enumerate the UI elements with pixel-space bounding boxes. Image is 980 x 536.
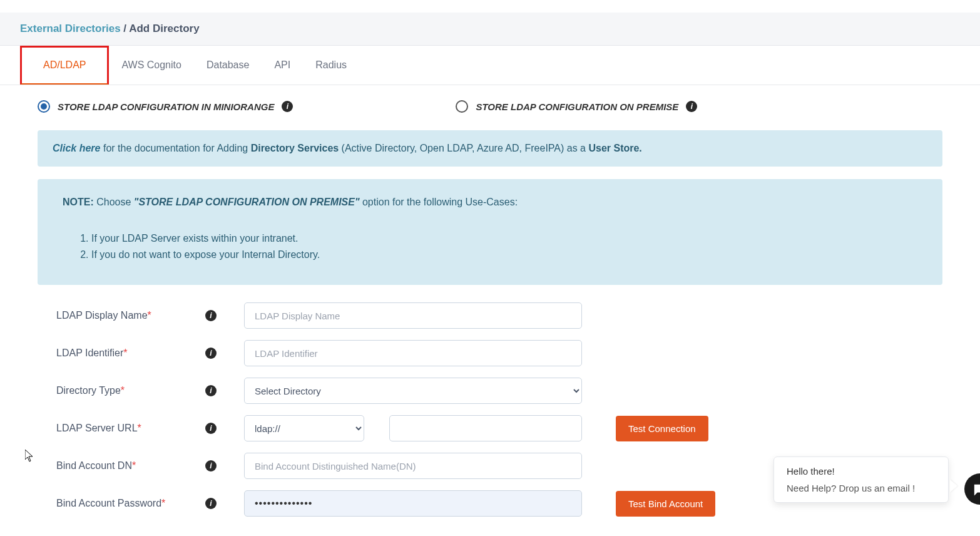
click-here-link[interactable]: Click here	[53, 143, 100, 153]
chat-arrow-icon	[950, 480, 957, 492]
required-mark: *	[132, 460, 136, 471]
ldap-identifier-input[interactable]	[244, 340, 582, 366]
ldap-display-name-input[interactable]	[244, 302, 582, 329]
chat-greeting: Hello there!	[787, 466, 936, 477]
breadcrumb: External Directories / Add Directory	[0, 13, 980, 46]
form-row-display-name: LDAP Display Name* i	[38, 302, 942, 329]
doc-bold: User Store.	[588, 143, 641, 153]
required-mark: *	[121, 385, 125, 396]
required-mark: *	[161, 498, 165, 508]
note-list: If your LDAP Server exists within your i…	[91, 230, 917, 262]
tab-aws-cognito[interactable]: AWS Cognito	[109, 46, 193, 85]
server-url-input[interactable]	[389, 415, 582, 441]
message-icon	[973, 482, 980, 496]
info-icon[interactable]: i	[205, 460, 217, 472]
info-icon[interactable]: i	[282, 101, 293, 112]
test-connection-button[interactable]: Test Connection	[616, 416, 708, 441]
form-row-identifier: LDAP Identifier* i	[38, 340, 942, 366]
form-row-directory-type: Directory Type* i Select Directory	[38, 378, 942, 404]
form-label: Bind Account DN* i	[56, 460, 244, 472]
info-icon[interactable]: i	[205, 423, 217, 434]
info-icon[interactable]: i	[205, 310, 217, 321]
bind-password-input[interactable]	[244, 490, 582, 517]
breadcrumb-current: Add Directory	[129, 23, 199, 34]
directory-type-select[interactable]: Select Directory	[244, 378, 582, 404]
note-option: "STORE LDAP CONFIGURATION ON PREMISE"	[134, 197, 360, 207]
note-text: option for the following Use-Cases:	[360, 197, 518, 207]
doc-text: (Active Directory, Open LDAP, Azure AD, …	[339, 143, 588, 153]
tab-database[interactable]: Database	[194, 46, 262, 85]
protocol-select[interactable]: ldap://	[244, 415, 364, 441]
tab-radius[interactable]: Radius	[303, 46, 359, 85]
radio-option-miniorange[interactable]: STORE LDAP CONFIGURATION IN MINIORANGE i	[38, 100, 293, 113]
label-text: LDAP Display Name	[56, 310, 148, 321]
required-mark: *	[148, 310, 151, 321]
required-mark: *	[138, 423, 141, 433]
radio-label: STORE LDAP CONFIGURATION IN MINIORANGE	[58, 101, 274, 112]
tab-api[interactable]: API	[262, 46, 303, 85]
test-bind-button[interactable]: Test Bind Account	[616, 491, 715, 517]
tabs: AD/LDAP AWS Cognito Database API Radius	[0, 46, 980, 85]
note-text: Choose	[94, 197, 134, 207]
info-icon[interactable]: i	[205, 348, 217, 359]
note-label: NOTE:	[63, 197, 94, 207]
radio-unselected-icon	[456, 100, 468, 113]
label-text: LDAP Server URL	[56, 423, 138, 433]
doc-text: for the documentation for Adding	[100, 143, 250, 153]
form-label: Directory Type* i	[56, 385, 244, 396]
doc-bold: Directory Services	[251, 143, 339, 153]
label-text: Bind Account DN	[56, 460, 132, 471]
breadcrumb-link[interactable]: External Directories	[20, 23, 121, 34]
required-mark: *	[123, 348, 127, 358]
documentation-box: Click here for the documentation for Add…	[38, 130, 942, 167]
chat-help-text: Need Help? Drop us an email !	[787, 483, 936, 493]
form-label: LDAP Identifier* i	[56, 348, 244, 359]
form-row-server-url: LDAP Server URL* i ldap:// Test Connecti…	[38, 415, 942, 441]
breadcrumb-separator: /	[121, 23, 130, 34]
note-item: If you do not want to expose your Intern…	[91, 247, 917, 263]
form-label: Bind Account Password* i	[56, 498, 244, 509]
info-icon[interactable]: i	[686, 101, 697, 112]
note-box: NOTE: Choose "STORE LDAP CONFIGURATION O…	[38, 179, 942, 285]
radio-label: STORE LDAP CONFIGURATION ON PREMISE	[476, 101, 678, 112]
radio-selected-icon	[38, 100, 50, 113]
tab-ad-ldap[interactable]: AD/LDAP	[20, 46, 109, 85]
radio-option-premise[interactable]: STORE LDAP CONFIGURATION ON PREMISE i	[456, 100, 697, 113]
note-item: If your LDAP Server exists within your i…	[91, 230, 917, 247]
info-icon[interactable]: i	[205, 385, 217, 396]
label-text: Directory Type	[56, 385, 121, 396]
chat-widget[interactable]: Hello there! Need Help? Drop us an email…	[773, 456, 949, 503]
bind-dn-input[interactable]	[244, 453, 582, 479]
form-label: LDAP Display Name* i	[56, 310, 244, 321]
info-icon[interactable]: i	[205, 498, 217, 509]
label-text: LDAP Identifier	[56, 348, 123, 358]
label-text: Bind Account Password	[56, 498, 161, 508]
radio-group: STORE LDAP CONFIGURATION IN MINIORANGE i…	[38, 100, 942, 113]
form-label: LDAP Server URL* i	[56, 423, 244, 434]
